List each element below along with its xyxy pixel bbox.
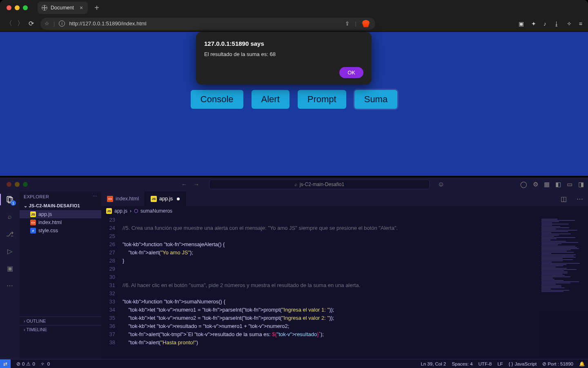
modified-indicator-icon	[177, 197, 180, 200]
chevron-right-icon: ›	[130, 208, 131, 214]
remote-indicator[interactable]: ⇄	[0, 359, 11, 368]
alert-body: El resultado de la suma es: 68	[204, 51, 363, 57]
music-icon[interactable]: ♪	[543, 20, 546, 27]
console-button[interactable]: Console	[191, 90, 243, 109]
sidebar-file-index-html[interactable]: <>index.html	[20, 218, 101, 227]
title-back-icon[interactable]: ←	[181, 181, 187, 188]
js-file-icon: JS	[151, 196, 157, 202]
status-bar: ⇄ ⊘0 ⚠0 ᯤ0 Ln 39, Col 2 Spaces: 4 UTF-8 …	[0, 359, 588, 368]
cursor-position[interactable]: Ln 39, Col 2	[421, 361, 446, 366]
html-file-icon: <>	[107, 196, 113, 202]
command-center[interactable]: ⌕ js-C2-main-Desafio1	[209, 180, 430, 189]
layout-grid-icon[interactable]: ▦	[544, 181, 550, 188]
minimap[interactable]	[539, 216, 588, 359]
back-button[interactable]: 〈	[6, 19, 12, 28]
forward-button[interactable]: 〉	[17, 19, 24, 28]
workspace-folder[interactable]: JS-C2-MAIN-DESAFIO1	[20, 202, 101, 210]
alert-title: 127.0.0.1:51890 says	[204, 40, 363, 47]
editor-area: <>index.htmlJSapp.js ◫ ⋯ JS app.js › ⬡ s…	[101, 191, 588, 359]
brave-shield-icon[interactable]	[362, 20, 370, 27]
menu-icon[interactable]: ≡	[579, 20, 582, 27]
search-icon: ⌕	[294, 182, 297, 187]
explorer-activity-icon[interactable]: 1	[5, 195, 15, 204]
debug-activity-icon[interactable]: ▷	[5, 246, 15, 256]
downloads-icon[interactable]: ⭳	[554, 20, 559, 27]
browser-tab[interactable]: Document ×	[38, 2, 88, 14]
share-icon[interactable]: ⇪	[345, 20, 350, 27]
close-window-icon[interactable]	[7, 182, 11, 187]
reload-button[interactable]: ⟳	[29, 20, 34, 27]
warning-icon: ⚠	[26, 361, 31, 367]
minimize-window-icon[interactable]	[15, 182, 20, 187]
explorer-title: EXPLORER	[24, 194, 49, 199]
sidebar-more-icon[interactable]: ⋯	[93, 194, 97, 199]
panel-right-icon[interactable]: ◨	[578, 181, 584, 188]
suma-button[interactable]: Suma	[354, 90, 397, 109]
command-center-text: js-C2-main-Desafio1	[300, 182, 344, 187]
editor-tab-app-js[interactable]: JSapp.js	[145, 191, 186, 206]
radio-icon: ᯤ	[41, 361, 46, 366]
method-icon: ⬡	[134, 208, 138, 214]
copilot-icon[interactable]: ☺	[438, 181, 444, 188]
panel-left-icon[interactable]: ◧	[555, 181, 561, 188]
site-info-icon[interactable]: i	[59, 20, 65, 27]
scm-activity-icon[interactable]: ⎇	[5, 229, 15, 239]
extensions-icon[interactable]: ✦	[531, 20, 536, 27]
vscode-titlebar: ← → ⌕ js-C2-main-Desafio1 ☺ ◯ ⚙ ▦ ◧ ▭ ◨	[0, 177, 588, 191]
problems-indicator[interactable]: ⊘0 ⚠0	[16, 361, 35, 367]
sidebar-header: EXPLORER ⋯	[20, 191, 101, 202]
editor-more-icon[interactable]: ⋯	[572, 195, 588, 203]
address-bar[interactable]: ☆ | i http://127.0.0.1:51890/index.html …	[40, 18, 375, 30]
language-indicator[interactable]: { }JavaScript	[509, 361, 537, 366]
editor-tab-index-html[interactable]: <>index.html	[101, 191, 145, 206]
sidebar-file-style-css[interactable]: #style.css	[20, 227, 101, 235]
tab-title: Document	[51, 5, 74, 11]
prompt-button[interactable]: Prompt	[298, 90, 346, 109]
close-window-icon[interactable]	[7, 5, 11, 10]
browser-window: Document × + 〈 〉 ⟳ ☆ | i http://127.0.0.…	[0, 0, 588, 176]
browser-extensions: ▣ ✦ ♪ ⭳ ✧ ≡	[519, 20, 582, 27]
minimize-window-icon[interactable]	[15, 5, 20, 10]
browser-tabbar: Document × +	[0, 0, 588, 16]
vscode-window-controls	[4, 182, 30, 187]
pip-icon[interactable]: ▣	[519, 20, 524, 27]
alert-ok-button[interactable]: OK	[339, 67, 363, 78]
window-controls	[4, 5, 30, 10]
title-right-icons: ◯ ⚙ ▦ ◧ ▭ ◨	[520, 181, 584, 188]
activity-bar: 1 ⌕ ⎇ ▷ ▣ ⋯	[0, 191, 20, 359]
encoding-indicator[interactable]: UTF-8	[479, 361, 492, 366]
vscode-window: ← → ⌕ js-C2-main-Desafio1 ☺ ◯ ⚙ ▦ ◧ ▭ ◨ …	[0, 177, 588, 368]
search-activity-icon[interactable]: ⌕	[5, 212, 15, 222]
extensions-activity-icon[interactable]: ▣	[5, 263, 15, 273]
account-icon[interactable]: ◯	[520, 181, 527, 188]
sidebar-file-app-js[interactable]: JSapp.js	[20, 210, 101, 218]
breadcrumb[interactable]: JS app.js › ⬡ sumaNumeros	[101, 206, 588, 216]
eol-indicator[interactable]: LF	[497, 361, 503, 366]
panel-bottom-icon[interactable]: ▭	[567, 181, 572, 188]
outline-section[interactable]: OUTLINE	[20, 316, 101, 325]
settings-gear-icon[interactable]: ⚙	[533, 181, 538, 188]
title-nav: ← →	[181, 181, 199, 188]
sidebar: EXPLORER ⋯ JS-C2-MAIN-DESAFIO1 JSapp.js<…	[20, 191, 101, 359]
timeline-section[interactable]: TIMELINE	[20, 325, 101, 334]
bookmark-icon[interactable]: ☆	[45, 20, 49, 27]
maximize-window-icon[interactable]	[23, 182, 28, 187]
more-activity-icon[interactable]: ⋯	[5, 280, 15, 290]
split-editor-icon[interactable]: ◫	[556, 195, 572, 203]
divider: |	[355, 20, 356, 27]
alert-button[interactable]: Alert	[252, 90, 290, 109]
indent-indicator[interactable]: Spaces: 4	[452, 361, 472, 366]
maximize-window-icon[interactable]	[23, 5, 28, 10]
notifications-icon[interactable]: 🔔	[579, 361, 585, 367]
close-tab-icon[interactable]: ×	[80, 4, 83, 11]
title-forward-icon[interactable]: →	[194, 181, 199, 188]
new-tab-button[interactable]: +	[94, 3, 99, 13]
sparkle-icon[interactable]: ✧	[567, 20, 572, 27]
html-file-icon: <>	[30, 220, 36, 225]
url-text: http://127.0.0.1:51890/index.html	[69, 20, 146, 27]
divider: |	[53, 20, 55, 27]
live-server-port[interactable]: ⊘ Port : 51890	[542, 361, 573, 367]
css-file-icon: #	[30, 228, 36, 233]
code-editor[interactable]: 23242526272829303132333435363738 //5. Cr…	[101, 216, 588, 359]
radio-indicator[interactable]: ᯤ0	[41, 361, 50, 366]
